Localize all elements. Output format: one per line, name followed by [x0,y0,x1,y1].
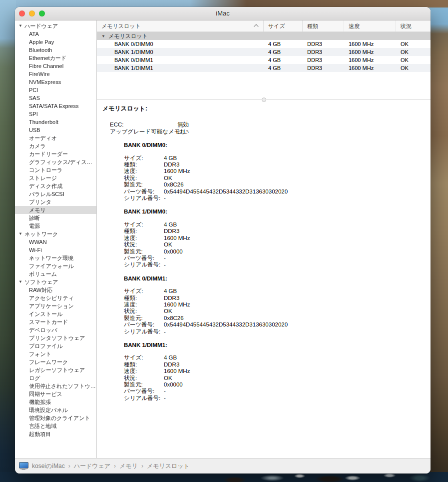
splitter-handle-icon[interactable] [262,98,266,102]
sidebar-item[interactable]: オーディオ [15,134,96,142]
bank-field-label: パーツ番号: [124,388,164,394]
sidebar-item[interactable]: SAS [15,94,96,102]
sidebar-item[interactable]: 機能拡張 [15,398,96,406]
sidebar-group-header[interactable]: ▼ネットワーク [15,230,96,238]
bank-field-value: DDR3 [164,162,179,168]
wallpaper-right-cliff [430,0,448,482]
cell-slot: BANK 0/DIMM0 [97,41,264,47]
column-header[interactable]: 種類 [303,20,344,32]
column-header[interactable]: サイズ [264,20,303,32]
close-button[interactable] [19,10,25,16]
sidebar-item[interactable]: プロファイル [15,342,96,350]
sidebar-item[interactable]: Wi-Fi [15,246,96,254]
sidebar-item[interactable]: USB [15,126,96,134]
sidebar-item[interactable]: 同期サービス [15,390,96,398]
table-row[interactable]: BANK 1/DIMM14 GBDDR31600 MHzOK [97,64,431,72]
breadcrumb-segment: メモリスロット [147,462,190,470]
column-header[interactable]: 速度 [344,20,396,32]
sidebar-item[interactable]: カードリーダー [15,150,96,158]
sidebar-item[interactable]: Fibre Channel [15,62,96,70]
column-header[interactable]: メモリスロット [97,20,264,32]
bank-field-label: 状況: [124,375,164,382]
sidebar-item[interactable]: NVMExpress [15,78,96,86]
sidebar-item[interactable]: Bluetooth [15,46,96,54]
sidebar-item[interactable]: スマートカード [15,318,96,326]
bank-field-row: サイズ:4 GB [124,288,426,294]
table-row[interactable]: BANK 1/DIMM04 GBDDR31600 MHzOK [97,48,431,56]
sidebar-group-header[interactable]: ▼ソフトウェア [15,278,96,286]
window-title: iMac [15,7,431,20]
disclosure-triangle-icon[interactable]: ▼ [101,34,105,38]
zoom-button[interactable] [39,10,45,16]
sidebar-item[interactable]: RAW対応 [15,286,96,294]
sidebar-item[interactable]: PCI [15,86,96,94]
sidebar-item[interactable]: グラフィックス/ディス… [15,158,96,166]
sidebar-item[interactable]: パラレルSCSI [15,190,96,198]
bank-field-label: シリアル番号: [124,195,164,202]
sidebar-item[interactable]: FireWire [15,70,96,78]
bank-field-value: 0x0000 [164,382,183,388]
sidebar-item[interactable]: プリンタ [15,198,96,206]
breadcrumb: koseiのiMac›ハードウェア›メモリ›メモリスロット [32,462,190,470]
cell-size: 4 GB [264,49,303,55]
sidebar-item[interactable]: デベロッパ [15,326,96,334]
sidebar-item[interactable]: アプリケーション [15,302,96,310]
table-row[interactable]: BANK 0/DIMM14 GBDDR31600 MHzOK [97,56,431,64]
sidebar-item[interactable]: インストール [15,310,96,318]
sidebar-item[interactable]: Ethernetカード [15,54,96,62]
sidebar-item[interactable]: 言語と地域 [15,422,96,430]
sidebar-group-header[interactable]: ▼ハードウェア [15,22,96,30]
bank-field-row: 速度:1600 MHz [124,168,426,174]
column-header[interactable]: 状況 [396,20,431,32]
sidebar-item[interactable]: 管理対象のクライアント [15,414,96,422]
bank-field-value: - [164,262,166,268]
sidebar-item[interactable]: ストレージ [15,174,96,182]
bank-field-label: シリアル番号: [124,395,164,402]
sidebar: ▼ハードウェアATAApple PayBluetoothEthernetカードF… [15,20,97,458]
sidebar-item[interactable]: SATA/SATA Express [15,102,96,110]
table-row[interactable]: BANK 0/DIMM04 GBDDR31600 MHzOK [97,40,431,48]
bank-field-value: 4 GB [164,354,177,361]
pane-splitter[interactable] [97,97,431,102]
sidebar-item[interactable]: 起動項目 [15,430,96,438]
bank-field-value: OK [164,375,172,382]
sidebar-item[interactable]: 使用停止されたソフトウ… [15,382,96,390]
bank-field-value: 1600 MHz [164,302,190,308]
bank-field-row: パーツ番号:- [124,255,426,262]
sidebar-item[interactable]: アクセシビリティ [15,294,96,302]
sidebar-item[interactable]: 環境設定パネル [15,406,96,414]
sidebar-item[interactable]: カメラ [15,142,96,150]
sidebar-item[interactable]: ボリューム [15,270,96,278]
sidebar-item[interactable]: Apple Pay [15,38,96,46]
bank-field-row: 製造元:0x8C26 [124,182,426,188]
table-group-row[interactable]: ▼ メモリスロット [97,32,431,40]
breadcrumb-segment: koseiのiMac [32,462,65,470]
sidebar-item[interactable]: SPI [15,110,96,118]
bank-field-row: シリアル番号:- [124,395,426,402]
sidebar-item[interactable]: Thunderbolt [15,118,96,126]
sidebar-item[interactable]: フォント [15,350,96,358]
sidebar-item[interactable]: メモリ [15,206,96,214]
sidebar-item[interactable]: ファイアウォール [15,262,96,270]
sidebar-item[interactable]: プリンタソフトウェア [15,334,96,342]
minimize-button[interactable] [29,10,35,16]
sidebar-item[interactable]: コントローラ [15,166,96,174]
bank-field-row: シリアル番号:- [124,328,426,335]
bank-field-label: 種類: [124,162,164,168]
sidebar-item[interactable]: レガシーソフトウェア [15,366,96,374]
bank-field-label: 状況: [124,242,164,248]
bank-field-value: DDR3 [164,295,179,302]
column-header-label: 速度 [349,22,360,30]
window-controls [19,10,45,16]
sidebar-item[interactable]: ATA [15,30,96,38]
sidebar-item[interactable]: WWAN [15,238,96,246]
sidebar-item[interactable]: ログ [15,374,96,382]
sidebar-item[interactable]: フレームワーク [15,358,96,366]
details-pane: メモリスロット: ECC:無効アップグレード可能なメモリ:はい BANK 0/D… [97,102,431,458]
sidebar-item[interactable]: ディスク作成 [15,182,96,190]
cell-speed: 1600 MHz [344,49,396,55]
sidebar-item[interactable]: 診断 [15,214,96,222]
sidebar-item[interactable]: 電源 [15,222,96,230]
window-titlebar[interactable]: iMac [15,7,431,20]
sidebar-item[interactable]: ネットワーク環境 [15,254,96,262]
